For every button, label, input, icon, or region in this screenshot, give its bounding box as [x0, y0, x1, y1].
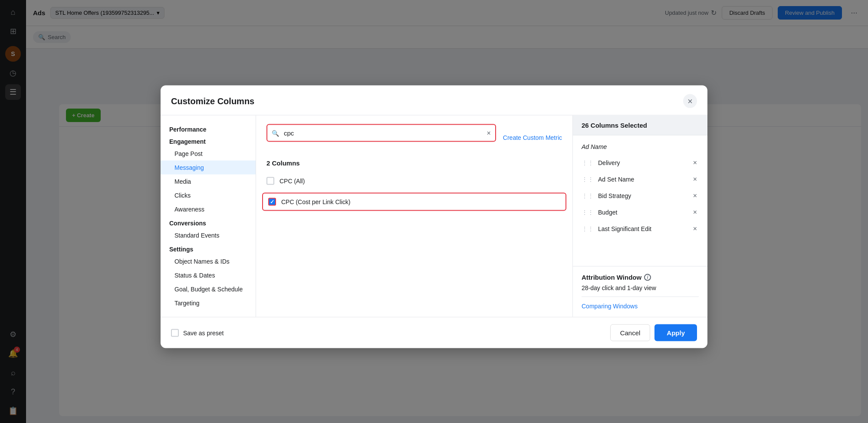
drag-handle-ad-set-name[interactable]: ⋮⋮ [582, 176, 594, 183]
sidebar-item-awareness[interactable]: Awareness [161, 202, 256, 216]
save-preset-checkbox[interactable] [171, 329, 179, 337]
sidebar-section-conversions: Conversions [161, 216, 256, 228]
selected-col-ad-set-name[interactable]: ⋮⋮ Ad Set Name × [573, 171, 707, 188]
remove-delivery-button[interactable]: × [691, 159, 699, 167]
create-custom-metric-link[interactable]: Create Custom Metric [503, 134, 562, 141]
drag-handle-delivery[interactable]: ⋮⋮ [582, 159, 594, 166]
sidebar-item-goal-budget[interactable]: Goal, Budget & Schedule [161, 282, 256, 296]
modal-body: Performance Engagement Page Post Messagi… [161, 116, 707, 317]
attribution-value: 28-day click and 1-day view [582, 284, 699, 291]
remove-bid-strategy-button[interactable]: × [691, 192, 699, 200]
remove-budget-button[interactable]: × [691, 208, 699, 216]
sidebar-section-settings: Settings [161, 242, 256, 254]
drag-handle-budget[interactable]: ⋮⋮ [582, 209, 594, 216]
selected-col-budget[interactable]: ⋮⋮ Budget × [573, 204, 707, 221]
sidebar-item-clicks[interactable]: Clicks [161, 188, 256, 202]
apply-button[interactable]: Apply [654, 324, 697, 341]
column-search-input[interactable] [266, 124, 496, 142]
modal-header: Customize Columns × [161, 86, 707, 116]
save-preset-label: Save as preset [183, 329, 224, 336]
attribution-section: Attribution Window i 28-day click and 1-… [573, 266, 707, 317]
sidebar-section-engagement: Engagement [161, 135, 256, 147]
modal-close-button[interactable]: × [683, 94, 697, 108]
sidebar-item-media[interactable]: Media [161, 175, 256, 188]
cpc-all-checkbox[interactable] [266, 177, 274, 185]
modal-footer: Save as preset Cancel Apply [161, 317, 707, 348]
sidebar-item-status-dates[interactable]: Status & Dates [161, 268, 256, 282]
modal-sidebar: Performance Engagement Page Post Messagi… [161, 116, 256, 317]
search-clear-button[interactable]: × [487, 129, 491, 137]
sidebar-item-object-names[interactable]: Object Names & IDs [161, 254, 256, 268]
modal-title: Customize Columns [171, 96, 254, 106]
checkbox-cpc-all[interactable]: CPC (All) [266, 173, 562, 189]
sidebar-item-messaging[interactable]: Messaging [161, 161, 256, 175]
col-name-last-significant-edit: Last Significant Edit [598, 225, 651, 232]
cancel-button[interactable]: Cancel [610, 324, 651, 341]
sidebar-item-standard-events[interactable]: Standard Events [161, 228, 256, 242]
cpc-all-label: CPC (All) [279, 178, 305, 185]
save-preset-option[interactable]: Save as preset [171, 329, 224, 337]
col-name-bid-strategy: Bid Strategy [598, 192, 631, 199]
selected-col-delivery[interactable]: ⋮⋮ Delivery × [573, 155, 707, 171]
remove-ad-set-name-button[interactable]: × [691, 175, 699, 183]
sidebar-item-page-post[interactable]: Page Post [161, 147, 256, 161]
drag-handle-last-significant-edit[interactable]: ⋮⋮ [582, 225, 594, 232]
ad-name-label: Ad Name [582, 143, 607, 150]
attribution-info-icon[interactable]: i [644, 274, 651, 281]
col-name-delivery: Delivery [598, 159, 620, 166]
selected-col-ad-name: Ad Name [573, 139, 707, 155]
checkbox-cpc-cost-per-link-click[interactable]: CPC (Cost per Link Click) [262, 193, 566, 211]
sidebar-section-performance: Performance [161, 122, 256, 135]
cpc-cost-per-link-click-checkbox[interactable] [268, 198, 276, 206]
remove-last-significant-edit-button[interactable]: × [691, 225, 699, 233]
col-name-budget: Budget [598, 209, 617, 216]
columns-count: 2 Columns [266, 159, 562, 167]
sidebar-item-targeting[interactable]: Targeting [161, 296, 256, 310]
modal-right-panel: 26 Columns Selected Ad Name ⋮⋮ Delivery … [573, 116, 707, 317]
selected-col-last-significant-edit[interactable]: ⋮⋮ Last Significant Edit × [573, 221, 707, 237]
columns-selected-header: 26 Columns Selected [573, 116, 707, 135]
drag-handle-bid-strategy[interactable]: ⋮⋮ [582, 192, 594, 199]
attribution-title: Attribution Window i [582, 274, 699, 281]
comparing-windows-link[interactable]: Comparing Windows [582, 303, 638, 310]
selected-col-bid-strategy[interactable]: ⋮⋮ Bid Strategy × [573, 188, 707, 204]
modal-main: 🔍 × Create Custom Metric 2 Columns CPC (… [256, 116, 573, 317]
cpc-cost-per-link-click-label: CPC (Cost per Link Click) [281, 198, 350, 205]
footer-buttons: Cancel Apply [610, 324, 697, 341]
selected-columns-list: Ad Name ⋮⋮ Delivery × ⋮⋮ Ad Set Name × [573, 135, 707, 266]
search-icon: 🔍 [272, 129, 279, 136]
col-name-ad-set-name: Ad Set Name [598, 176, 634, 183]
customize-columns-modal: Customize Columns × Performance Engageme… [161, 86, 707, 348]
